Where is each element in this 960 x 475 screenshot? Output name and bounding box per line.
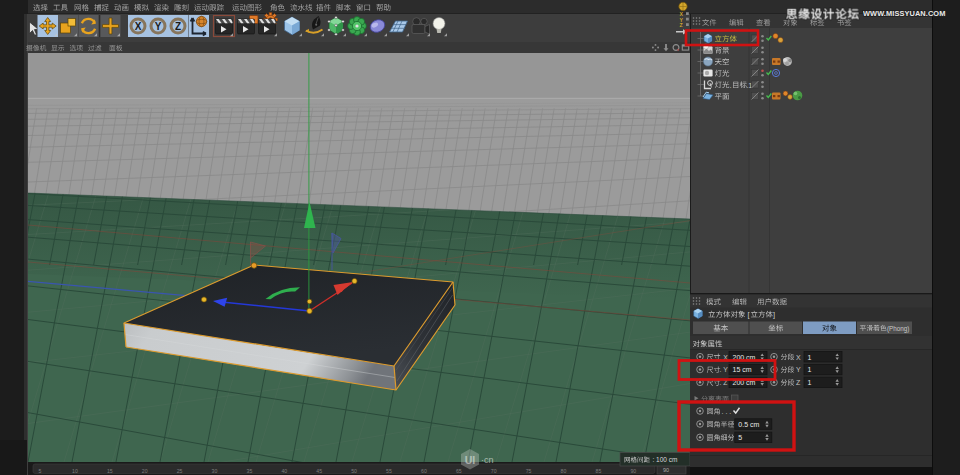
svg-text:65: 65	[456, 468, 462, 474]
svg-text:90: 90	[630, 468, 636, 474]
svg-text:WWW.MISSYUAN.COM: WWW.MISSYUAN.COM	[863, 9, 945, 18]
svg-text:75: 75	[526, 468, 532, 474]
svg-text:5: 5	[738, 434, 742, 441]
svg-text:15 cm: 15 cm	[733, 366, 752, 373]
svg-text:Z: Z	[796, 379, 801, 386]
svg-text:Z: Z	[175, 21, 181, 32]
svg-text:X: X	[796, 354, 801, 361]
svg-text:50: 50	[351, 468, 357, 474]
svg-text:(Phong): (Phong)	[887, 325, 909, 333]
svg-text:Y: Y	[155, 21, 162, 32]
svg-text:1: 1	[808, 354, 812, 361]
svg-text:Y: Y	[796, 366, 801, 373]
svg-text:.: .	[730, 81, 732, 90]
svg-text:0.5 cm: 0.5 cm	[738, 421, 759, 428]
svg-text:·cn: ·cn	[481, 455, 494, 465]
svg-text:5: 5	[39, 468, 42, 474]
svg-text:X: X	[135, 21, 142, 32]
svg-text:35: 35	[247, 468, 253, 474]
svg-text:45: 45	[316, 468, 322, 474]
svg-text:: 100 cm: : 100 cm	[653, 456, 678, 463]
svg-text:15: 15	[107, 468, 113, 474]
svg-text:20: 20	[142, 468, 148, 474]
svg-text:25: 25	[177, 468, 183, 474]
svg-text:UI: UI	[465, 454, 476, 466]
svg-text:. Y: . Y	[720, 366, 729, 373]
svg-text:. . .: . . .	[722, 408, 732, 415]
svg-text:10: 10	[72, 468, 78, 474]
svg-text:30: 30	[212, 468, 218, 474]
svg-text:1: 1	[808, 366, 812, 373]
svg-text:90: 90	[663, 467, 669, 473]
svg-text:80: 80	[561, 468, 567, 474]
svg-text:1: 1	[808, 379, 812, 386]
svg-text:60: 60	[421, 468, 427, 474]
svg-text:55: 55	[386, 468, 392, 474]
svg-text:]: ]	[773, 310, 775, 319]
svg-text:40: 40	[281, 468, 287, 474]
svg-text:85: 85	[596, 468, 602, 474]
svg-text:70: 70	[491, 468, 497, 474]
